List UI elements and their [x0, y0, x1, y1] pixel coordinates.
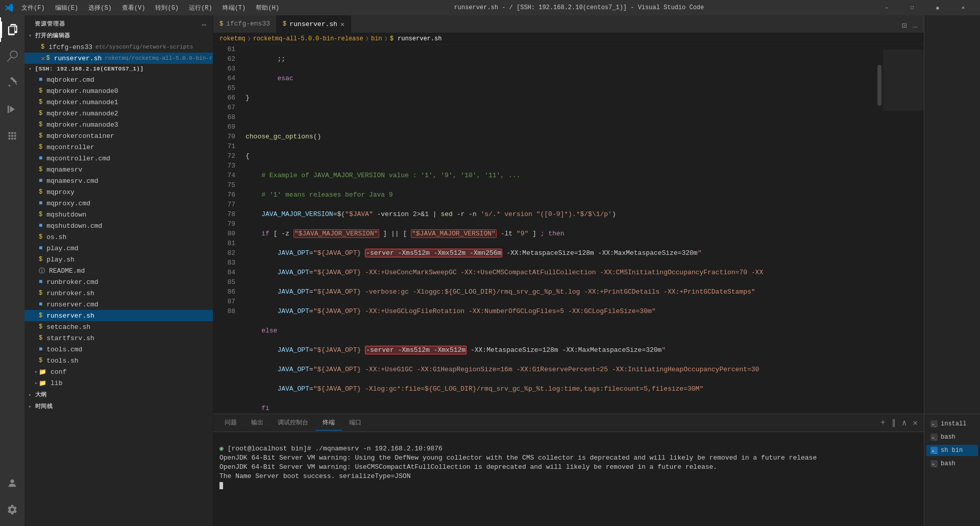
file-icon-sh7: $	[39, 132, 42, 139]
minimize-button[interactable]: –	[875, 0, 898, 15]
tree-conf-folder[interactable]: ▸ 📁 conf	[24, 366, 213, 377]
terminal-add-icon[interactable]: +	[878, 416, 888, 429]
tree-mqbrokercontainer[interactable]: $ mqbrokercontainer	[24, 130, 213, 141]
terminal-split-icon[interactable]: ∥	[890, 416, 898, 430]
tree-mqshutdown-cmd[interactable]: ■ mqshutdown.cmd	[24, 220, 213, 231]
tree-runbroker-sh[interactable]: $ runbroker.sh	[24, 288, 213, 299]
remote-section[interactable]: ▾ [SSH: 192.168.2.10(CENTOS7_1)]	[24, 64, 213, 74]
close-button[interactable]: ✕	[951, 0, 975, 15]
terminal-content[interactable]: ◉ [root@localhost bin]# ./mqnamesrv -n 1…	[213, 432, 924, 526]
terminal-tab-output[interactable]: 输出	[244, 415, 271, 431]
activity-run[interactable]	[0, 97, 24, 122]
code-editor[interactable]: 61 62 63 64 65 66 67 68 69 70 71 72 73 7…	[213, 44, 924, 414]
tree-play-cmd[interactable]: ■ play.cmd	[24, 243, 213, 254]
timeline-section[interactable]: ▸ 时间线	[24, 400, 213, 412]
tree-item-label: mqshutdown.cmd	[46, 222, 102, 230]
menu-select[interactable]: 选择(S)	[84, 3, 116, 13]
restore-button[interactable]: □	[900, 0, 924, 15]
tree-item-label: startfsrv.sh	[46, 334, 94, 342]
tree-item-label: mqnamesrv.cmd	[46, 177, 98, 185]
activity-extensions[interactable]	[0, 124, 24, 148]
breadcrumb-file[interactable]: runserver.sh	[398, 35, 442, 42]
terminal-close-icon[interactable]: ✕	[911, 416, 920, 430]
tree-tools-sh[interactable]: $ tools.sh	[24, 355, 213, 366]
tree-item-label: mqbroker.numanode2	[46, 110, 118, 117]
minimap-slider[interactable]	[883, 50, 924, 111]
activity-search[interactable]	[0, 44, 24, 68]
more-actions-icon[interactable]: …	[911, 19, 920, 32]
activity-explorer[interactable]	[0, 17, 24, 42]
tree-mqbroker-numa0[interactable]: $ mqbroker.numanode0	[24, 85, 213, 97]
terminal-maximize-icon[interactable]: ∧	[900, 416, 909, 430]
menu-go[interactable]: 转到(G)	[151, 3, 183, 13]
menu-edit[interactable]: 编辑(E)	[51, 3, 83, 13]
outline-section[interactable]: ▸ 大纲	[24, 389, 213, 400]
activity-git[interactable]	[0, 70, 24, 95]
tree-readme[interactable]: ⓘ README.md	[24, 265, 213, 276]
code-content[interactable]: ;; esac } choose_gc_options() { # Exampl…	[241, 44, 876, 414]
terminal-tab-problems[interactable]: 问题	[217, 415, 244, 431]
tree-mqcontroller-cmd[interactable]: ■ mqcontroller.cmd	[24, 153, 213, 164]
tab-runserver[interactable]: $ runserver.sh ✕	[277, 15, 351, 33]
tree-startfsrv-sh[interactable]: $ startfsrv.sh	[24, 332, 213, 344]
tree-mqbroker-numa2[interactable]: $ mqbroker.numanode2	[24, 108, 213, 119]
lib-chevron: ▸	[35, 380, 38, 386]
right-panel-top	[924, 15, 980, 414]
scrollbar-thumb[interactable]	[877, 65, 881, 106]
tree-play-sh[interactable]: $ play.sh	[24, 254, 213, 265]
new-file-icon[interactable]: …	[202, 19, 207, 28]
tree-runserver-sh[interactable]: $ runserver.sh	[24, 310, 213, 321]
tree-os-sh[interactable]: $ os.sh	[24, 231, 213, 243]
code-line-79: fi	[246, 403, 876, 413]
tab-label-2: runserver.sh	[289, 20, 337, 28]
breadcrumb-roketmq[interactable]: roketmq	[219, 35, 245, 42]
tree-mqbroker-numa3[interactable]: $ mqbroker.numanode3	[24, 119, 213, 130]
terminal-tab-ports[interactable]: 端口	[342, 415, 369, 431]
tree-setcache-sh[interactable]: $ setcache.sh	[24, 321, 213, 332]
tree-mqnamesrv-cmd[interactable]: ■ mqnamesrv.cmd	[24, 175, 213, 186]
menu-help[interactable]: 帮助(H)	[252, 3, 283, 13]
tree-item-label: lib	[51, 379, 62, 387]
maximize-button[interactable]: ▣	[926, 0, 949, 15]
open-editors-section[interactable]: ▾ 打开的编辑器	[24, 30, 213, 41]
terminal-entry-shbin[interactable]: >_ sh bin	[926, 445, 978, 456]
activity-settings[interactable]	[0, 497, 24, 522]
terminal-tab-terminal[interactable]: 终端	[315, 415, 342, 431]
minimap	[883, 44, 924, 414]
split-editor-icon[interactable]: ⊡	[900, 18, 909, 33]
file-icon-cmd6: ■	[39, 245, 42, 252]
terminal-entry-bash2[interactable]: >_ bash	[926, 458, 978, 469]
terminal-tab-debug[interactable]: 调试控制台	[271, 415, 315, 431]
close-file-icon[interactable]: ✕	[41, 54, 45, 63]
tree-item-label: runbroker.sh	[46, 290, 94, 297]
tab-close-button[interactable]: ✕	[340, 20, 345, 29]
tree-mqbroker-cmd[interactable]: ■ mqbroker.cmd	[24, 74, 213, 85]
tree-runbroker-cmd[interactable]: ■ runbroker.cmd	[24, 276, 213, 288]
open-file-ifcfg[interactable]: $ ifcfg-ens33 etc/sysconfig/network-scri…	[24, 41, 213, 53]
menu-view[interactable]: 查看(V)	[118, 3, 150, 13]
tree-item-label: conf	[51, 368, 66, 376]
menu-terminal[interactable]: 终端(T)	[218, 3, 250, 13]
terminal-entry-bash1[interactable]: >_ bash	[926, 432, 978, 443]
tab-ifcfg[interactable]: $ ifcfg-ens33	[213, 15, 277, 33]
terminal-entry-label4: bash	[941, 460, 955, 467]
scrollbar-track[interactable]	[876, 44, 883, 414]
breadcrumb-bin[interactable]: bin	[371, 35, 382, 42]
tree-runserver-cmd[interactable]: ■ runserver.cmd	[24, 299, 213, 310]
activity-account[interactable]	[0, 471, 24, 495]
tree-mqbroker-numa1[interactable]: $ mqbroker.numanode1	[24, 97, 213, 108]
tree-mqshutdown[interactable]: $ mqshutdown	[24, 209, 213, 220]
menu-run[interactable]: 运行(R)	[185, 3, 216, 13]
tree-mqnamesrv[interactable]: $ mqnamesrv	[24, 164, 213, 175]
code-line-66: {	[246, 151, 876, 161]
terminal-entry-install[interactable]: >_ install	[926, 418, 978, 429]
menu-file[interactable]: 文件(F)	[17, 3, 49, 13]
open-file-runserver[interactable]: ✕ $ runserver.sh roketmq/rocketmq-all-5.…	[24, 53, 213, 64]
tree-lib-folder[interactable]: ▸ 📁 lib	[24, 377, 213, 389]
tree-mqproxy[interactable]: $ mqproxy	[24, 186, 213, 198]
tree-tools-cmd[interactable]: ■ tools.cmd	[24, 344, 213, 355]
breadcrumb-release[interactable]: rocketmq-all-5.0.0-bin-release	[253, 35, 363, 42]
sidebar-content: ▾ 打开的编辑器 $ ifcfg-ens33 etc/sysconfig/net…	[24, 30, 213, 526]
tree-mqcontroller[interactable]: $ mqcontroller	[24, 141, 213, 153]
tree-mqproxy-cmd[interactable]: ■ mqproxy.cmd	[24, 198, 213, 209]
